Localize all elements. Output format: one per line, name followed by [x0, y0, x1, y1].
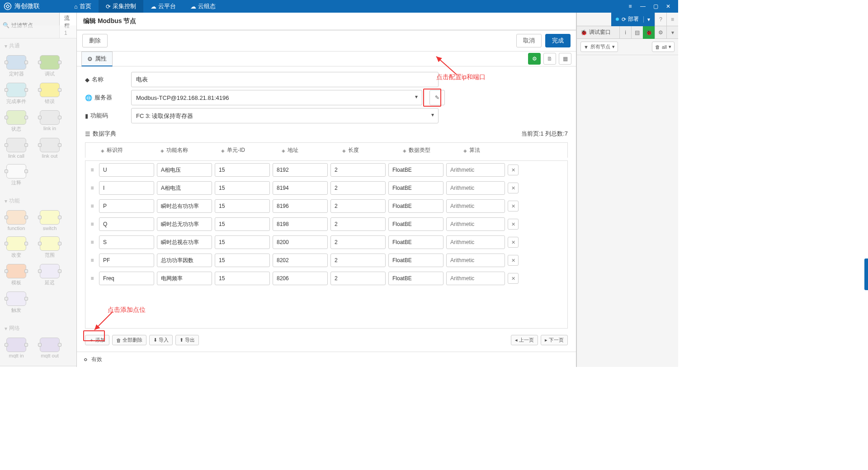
palette-node[interactable]: link out: [37, 138, 62, 159]
cell-len[interactable]: [330, 199, 386, 213]
cell-fn[interactable]: [157, 254, 212, 267]
cell-addr[interactable]: [273, 163, 328, 177]
drag-handle-icon[interactable]: ≡: [88, 167, 96, 173]
export-button[interactable]: ⬆导出: [175, 335, 199, 345]
filter-nodes[interactable]: ▼所有节点▾: [580, 42, 618, 52]
cell-len[interactable]: [330, 235, 386, 249]
window-menu-icon[interactable]: ≡: [624, 0, 637, 13]
sidebar-info-icon[interactable]: i: [619, 26, 631, 39]
cell-uid[interactable]: [215, 272, 270, 285]
cell-len[interactable]: [330, 163, 386, 177]
cell-alg[interactable]: [446, 235, 505, 249]
remove-row-button[interactable]: ✕: [508, 219, 519, 230]
palette-node[interactable]: function: [4, 210, 29, 231]
palette-search-input[interactable]: [11, 22, 57, 28]
window-maximize-icon[interactable]: ▢: [649, 0, 662, 13]
cell-id[interactable]: [99, 163, 154, 177]
cell-dtype[interactable]: FloatBE: [388, 163, 443, 177]
cell-alg[interactable]: [446, 199, 505, 213]
flow-tab[interactable]: 流程1: [59, 13, 76, 38]
next-page-button[interactable]: ▸下一页: [541, 335, 568, 345]
palette-node[interactable]: 模板: [4, 264, 29, 286]
drag-handle-icon[interactable]: ≡: [88, 185, 96, 191]
drag-handle-icon[interactable]: ≡: [88, 203, 96, 209]
cell-alg[interactable]: [446, 181, 505, 195]
node-doc-icon[interactable]: 🗎: [543, 53, 556, 65]
cell-len[interactable]: [330, 254, 386, 267]
sidebar-gear-icon[interactable]: ⚙: [655, 26, 666, 39]
cell-len[interactable]: [330, 272, 386, 285]
cell-fn[interactable]: [157, 163, 212, 177]
remove-row-button[interactable]: ✕: [508, 255, 519, 266]
node-layout-icon[interactable]: ▦: [559, 53, 571, 65]
cell-alg[interactable]: [446, 272, 505, 285]
palette-node[interactable]: mqtt out: [37, 338, 62, 358]
cell-dtype[interactable]: FloatBE: [388, 254, 443, 267]
remove-row-button[interactable]: ✕: [508, 201, 519, 212]
menu-icon[interactable]: ≡: [666, 13, 678, 26]
name-input[interactable]: [131, 72, 439, 87]
edit-server-button[interactable]: ✎: [429, 90, 445, 105]
cell-uid[interactable]: [215, 163, 270, 177]
drag-handle-icon[interactable]: ≡: [88, 257, 96, 263]
palette-node[interactable]: switch: [37, 210, 62, 231]
palette-search[interactable]: 🔍: [0, 20, 59, 30]
node-enabled-icon[interactable]: ⚙: [528, 53, 541, 65]
cell-id[interactable]: [99, 272, 154, 285]
funccode-select[interactable]: FC 3: 读取保持寄存器: [131, 108, 439, 123]
sidebar-bug-icon[interactable]: 🐞: [643, 26, 655, 39]
delete-all-button[interactable]: 🗑全部删除: [112, 335, 146, 345]
deploy-button[interactable]: ⟳ 部署 ▾: [611, 13, 655, 26]
cell-fn[interactable]: [157, 235, 212, 249]
cell-dtype[interactable]: FloatBE: [388, 272, 443, 285]
filter-all[interactable]: 🗑all▾: [652, 42, 675, 52]
group-common[interactable]: 共通: [0, 38, 76, 53]
drag-handle-icon[interactable]: ≡: [88, 275, 96, 282]
cell-addr[interactable]: [273, 199, 328, 213]
cell-uid[interactable]: [215, 235, 270, 249]
remove-row-button[interactable]: ✕: [508, 237, 519, 248]
delete-button[interactable]: 删除: [82, 34, 108, 47]
palette-node[interactable]: link call: [4, 138, 29, 159]
cell-id[interactable]: [99, 235, 154, 249]
palette-node[interactable]: 状态: [4, 110, 29, 132]
cell-dtype[interactable]: FloatBE: [388, 181, 443, 195]
cell-fn[interactable]: [157, 272, 212, 285]
nav-cloud-config[interactable]: ☁云组态: [183, 0, 223, 13]
drag-handle-icon[interactable]: ≡: [88, 221, 96, 227]
cell-dtype[interactable]: FloatBE: [388, 217, 443, 231]
palette-node[interactable]: 范围: [37, 236, 62, 258]
cell-fn[interactable]: [157, 199, 212, 213]
cell-dtype[interactable]: FloatBE: [388, 235, 443, 249]
cell-id[interactable]: [99, 181, 154, 195]
cell-alg[interactable]: [446, 163, 505, 177]
palette-node[interactable]: 延迟: [37, 264, 62, 286]
sidebar-book-icon[interactable]: ▤: [631, 26, 643, 39]
done-button[interactable]: 完成: [545, 34, 571, 47]
palette-node[interactable]: 错误: [37, 83, 62, 105]
cell-id[interactable]: [99, 254, 154, 267]
chevron-down-icon[interactable]: ▾: [643, 16, 650, 23]
cell-alg[interactable]: [446, 217, 505, 231]
remove-row-button[interactable]: ✕: [508, 273, 519, 284]
cell-dtype[interactable]: FloatBE: [388, 199, 443, 213]
palette-node[interactable]: 调试: [37, 55, 62, 77]
cell-len[interactable]: [330, 181, 386, 195]
remove-row-button[interactable]: ✕: [508, 164, 519, 175]
add-row-button[interactable]: ＋添加: [85, 335, 109, 345]
sidebar-chevron-icon[interactable]: ▾: [666, 26, 678, 39]
cell-id[interactable]: [99, 199, 154, 213]
cell-addr[interactable]: [273, 235, 328, 249]
group-network[interactable]: 网络: [0, 321, 76, 336]
cell-addr[interactable]: [273, 181, 328, 195]
palette-node[interactable]: 触发: [4, 291, 29, 314]
import-button[interactable]: ⬇导入: [149, 335, 173, 345]
drag-handle-icon[interactable]: ≡: [88, 239, 96, 245]
palette-node[interactable]: 注释: [4, 164, 29, 186]
palette-node[interactable]: mqtt in: [4, 338, 29, 358]
cell-fn[interactable]: [157, 181, 212, 195]
palette-node[interactable]: 改变: [4, 236, 29, 258]
window-minimize-icon[interactable]: —: [637, 0, 649, 13]
cell-addr[interactable]: [273, 254, 328, 267]
palette-node[interactable]: 完成事件: [4, 83, 29, 105]
